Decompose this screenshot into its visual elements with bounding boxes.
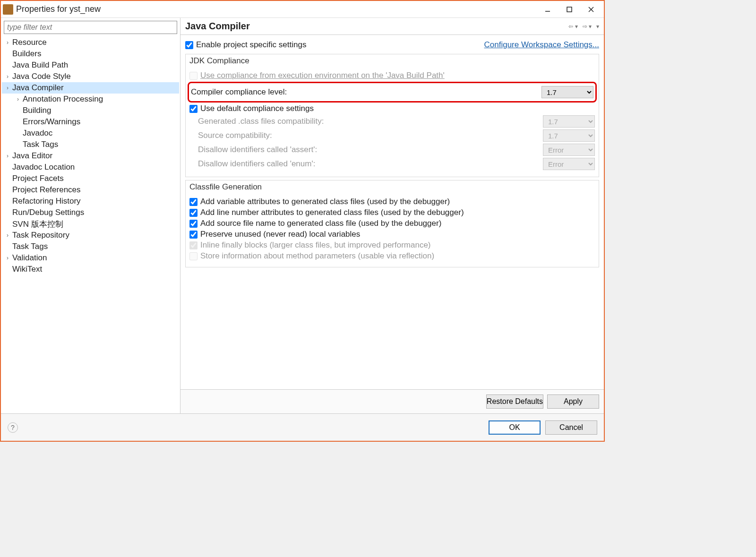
use-exec-env: Use compliance from execution environmen… <box>189 71 595 80</box>
maximize-button[interactable] <box>558 1 580 18</box>
cf-store-params: Store information about method parameter… <box>189 251 595 261</box>
tree-item[interactable]: SVN 版本控制 <box>2 218 179 230</box>
tree-item[interactable]: Javadoc Location <box>2 162 179 173</box>
tree-item-label: Refactoring History <box>12 197 81 206</box>
tree-item[interactable]: ›Resource <box>2 37 179 48</box>
expand-icon[interactable]: › <box>5 39 10 46</box>
ccl-select[interactable]: 1.7 <box>541 86 593 98</box>
page-header: Java Compiler ⇦ ▾ ⇨ ▾ ▾ <box>180 18 604 35</box>
cf-line-num[interactable]: Add line number attributes to generated … <box>189 208 595 217</box>
dis-assert-select: Error <box>543 144 595 156</box>
svg-rect-1 <box>567 7 572 12</box>
expand-icon[interactable]: › <box>5 232 10 239</box>
tree-item[interactable]: ›Annotation Processing <box>2 94 179 105</box>
tree-item-label: Java Compiler <box>12 83 64 93</box>
tree-item[interactable]: Builders <box>2 48 179 60</box>
cf-line-num-checkbox[interactable] <box>189 209 198 217</box>
titlebar: Properties for yst_new <box>1 1 604 18</box>
page-nav-icons[interactable]: ⇦ ▾ ⇨ ▾ ▾ <box>568 23 599 30</box>
button-bar: Restore Defaults Apply <box>180 389 604 413</box>
category-tree[interactable]: ›ResourceBuildersJava Build Path›Java Co… <box>1 35 180 413</box>
tree-item-label: Java Build Path <box>12 60 68 70</box>
expand-icon[interactable]: › <box>15 96 21 103</box>
restore-defaults-button[interactable]: Restore Defaults <box>486 394 543 409</box>
tree-item[interactable]: ›Java Editor <box>2 150 179 162</box>
configure-workspace-link[interactable]: Configure Workspace Settings... <box>484 40 599 50</box>
cf-inline-finally: Inline finally blocks (larger class file… <box>189 240 595 250</box>
dis-enum-label: Disallow identifiers called 'enum': <box>198 159 543 169</box>
cancel-button[interactable]: Cancel <box>545 420 597 435</box>
left-pane: ›ResourceBuildersJava Build Path›Java Co… <box>1 18 180 413</box>
cf-store-label: Store information about method parameter… <box>200 251 434 261</box>
cf-preserve-label: Preserve unused (never read) local varia… <box>200 230 360 239</box>
cf-src-name[interactable]: Add source file name to generated class … <box>189 219 595 228</box>
gen-class-select: 1.7 <box>543 115 595 128</box>
tree-item-label: Task Tags <box>23 140 58 149</box>
cf-var-attr[interactable]: Add variable attributes to generated cla… <box>189 197 595 206</box>
tree-item[interactable]: Errors/Warnings <box>2 116 179 128</box>
expand-icon[interactable]: › <box>5 255 10 261</box>
use-default-checkbox[interactable] <box>189 105 198 113</box>
cf-var-attr-checkbox[interactable] <box>189 198 198 206</box>
window-title: Properties for yst_new <box>16 4 537 14</box>
tree-item[interactable]: ›Task Repository <box>2 230 179 241</box>
ccl-label: Compiler compliance level: <box>191 87 541 97</box>
filter-container <box>4 21 177 34</box>
enable-project-checkbox[interactable] <box>185 41 193 49</box>
tree-item-label: WikiText <box>12 265 42 274</box>
apply-button[interactable]: Apply <box>547 394 599 409</box>
tree-item[interactable]: ›Java Compiler <box>2 82 179 94</box>
tree-item-label: Resource <box>12 38 47 47</box>
dis-assert-label: Disallow identifiers called 'assert': <box>198 145 543 154</box>
dialog-footer: ? OK Cancel <box>1 413 604 441</box>
cf-preserve-checkbox[interactable] <box>189 231 198 239</box>
expand-icon[interactable]: › <box>5 153 10 159</box>
close-button[interactable] <box>580 1 602 18</box>
tree-item[interactable]: Project Facets <box>2 173 179 184</box>
src-compat-label: Source compatibility: <box>198 131 543 140</box>
tree-item[interactable]: ›Validation <box>2 252 179 264</box>
tree-item-label: Task Tags <box>12 242 48 251</box>
tree-item-label: Javadoc Location <box>12 163 75 172</box>
tree-item[interactable]: Javadoc <box>2 128 179 139</box>
cf-inline-checkbox <box>189 241 198 249</box>
tree-item[interactable]: Refactoring History <box>2 196 179 207</box>
tree-item[interactable]: ›Java Code Style <box>2 71 179 82</box>
tree-item-label: Errors/Warnings <box>23 117 80 127</box>
tree-item-label: Java Code Style <box>12 72 71 81</box>
tree-item-label: Project References <box>12 185 81 195</box>
tree-item[interactable]: Run/Debug Settings <box>2 207 179 218</box>
right-pane: Java Compiler ⇦ ▾ ⇨ ▾ ▾ Enable project s… <box>180 18 604 413</box>
classfile-header: Classfile Generation <box>186 180 599 194</box>
use-default-compliance[interactable]: Use default compliance settings <box>189 104 595 113</box>
cf-src-name-checkbox[interactable] <box>189 220 198 228</box>
classfile-section: Classfile Generation Add variable attrib… <box>185 180 599 267</box>
help-icon[interactable]: ? <box>8 422 18 433</box>
tree-item-label: Project Facets <box>12 174 64 183</box>
tree-item-label: Validation <box>12 253 47 263</box>
tree-item-label: SVN 版本控制 <box>12 219 63 230</box>
dis-enum-select: Error <box>543 158 595 170</box>
enable-project-specific[interactable]: Enable project specific settings <box>185 40 306 50</box>
jdk-compliance-section: JDK Compliance Use compliance from execu… <box>185 54 599 177</box>
expand-icon[interactable]: › <box>5 85 10 91</box>
tree-item[interactable]: Java Build Path <box>2 60 179 71</box>
tree-item-label: Builders <box>12 49 41 59</box>
filter-input[interactable] <box>4 21 177 34</box>
minimize-button[interactable] <box>537 1 558 18</box>
page-title: Java Compiler <box>185 21 568 32</box>
tree-item-label: Java Editor <box>12 151 52 161</box>
tree-item[interactable]: Task Tags <box>2 241 179 252</box>
expand-icon[interactable]: › <box>5 73 10 80</box>
cf-preserve-unused[interactable]: Preserve unused (never read) local varia… <box>189 230 595 239</box>
tree-item-label: Building <box>23 106 52 115</box>
tree-item[interactable]: Project References <box>2 184 179 196</box>
cf-src-name-label: Add source file name to generated class … <box>200 219 441 228</box>
tree-item[interactable]: WikiText <box>2 264 179 275</box>
use-exec-env-checkbox <box>189 72 198 80</box>
tree-item[interactable]: Building <box>2 105 179 116</box>
tree-item[interactable]: Task Tags <box>2 139 179 150</box>
cf-inline-label: Inline finally blocks (larger class file… <box>200 240 431 250</box>
ok-button[interactable]: OK <box>489 420 541 435</box>
tree-item-label: Run/Debug Settings <box>12 208 84 217</box>
